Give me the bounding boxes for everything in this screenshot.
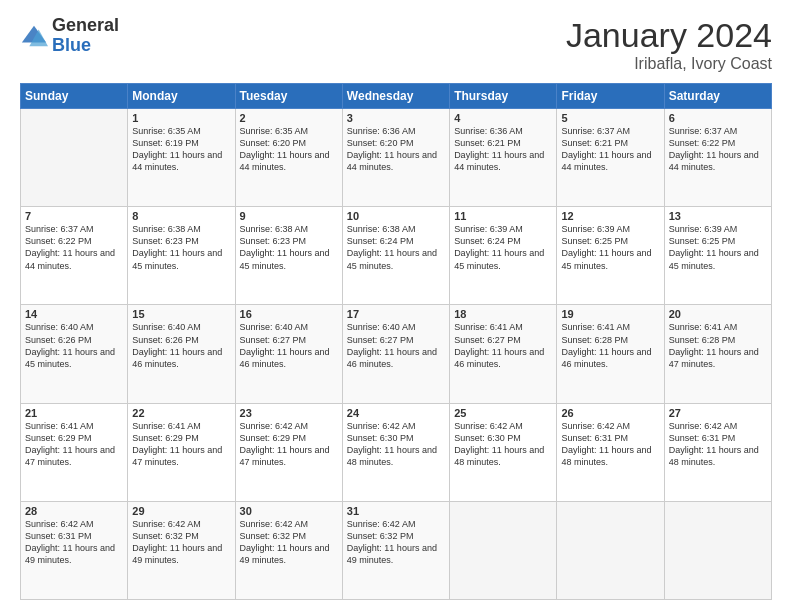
calendar-cell-1-3: 10Sunrise: 6:38 AMSunset: 6:24 PMDayligh… (342, 207, 449, 305)
day-info: Sunrise: 6:40 AMSunset: 6:27 PMDaylight:… (347, 321, 445, 370)
day-info: Sunrise: 6:37 AMSunset: 6:22 PMDaylight:… (669, 125, 767, 174)
day-number: 23 (240, 407, 338, 419)
calendar-header-row: Sunday Monday Tuesday Wednesday Thursday… (21, 84, 772, 109)
week-row-2: 14Sunrise: 6:40 AMSunset: 6:26 PMDayligh… (21, 305, 772, 403)
calendar-cell-2-5: 19Sunrise: 6:41 AMSunset: 6:28 PMDayligh… (557, 305, 664, 403)
day-info: Sunrise: 6:41 AMSunset: 6:28 PMDaylight:… (669, 321, 767, 370)
day-number: 7 (25, 210, 123, 222)
col-thursday: Thursday (450, 84, 557, 109)
day-number: 24 (347, 407, 445, 419)
week-row-3: 21Sunrise: 6:41 AMSunset: 6:29 PMDayligh… (21, 403, 772, 501)
day-number: 19 (561, 308, 659, 320)
day-info: Sunrise: 6:42 AMSunset: 6:30 PMDaylight:… (347, 420, 445, 469)
day-info: Sunrise: 6:42 AMSunset: 6:30 PMDaylight:… (454, 420, 552, 469)
calendar-cell-1-4: 11Sunrise: 6:39 AMSunset: 6:24 PMDayligh… (450, 207, 557, 305)
day-info: Sunrise: 6:41 AMSunset: 6:28 PMDaylight:… (561, 321, 659, 370)
logo-text: General Blue (52, 16, 119, 56)
col-saturday: Saturday (664, 84, 771, 109)
day-info: Sunrise: 6:36 AMSunset: 6:20 PMDaylight:… (347, 125, 445, 174)
location-title: Iribafla, Ivory Coast (566, 55, 772, 73)
day-number: 18 (454, 308, 552, 320)
day-info: Sunrise: 6:37 AMSunset: 6:22 PMDaylight:… (25, 223, 123, 272)
month-title: January 2024 (566, 16, 772, 55)
logo: General Blue (20, 16, 119, 56)
day-info: Sunrise: 6:41 AMSunset: 6:29 PMDaylight:… (132, 420, 230, 469)
calendar-cell-2-0: 14Sunrise: 6:40 AMSunset: 6:26 PMDayligh… (21, 305, 128, 403)
day-number: 5 (561, 112, 659, 124)
logo-general-text: General (52, 16, 119, 36)
calendar-cell-2-1: 15Sunrise: 6:40 AMSunset: 6:26 PMDayligh… (128, 305, 235, 403)
calendar-cell-2-2: 16Sunrise: 6:40 AMSunset: 6:27 PMDayligh… (235, 305, 342, 403)
day-number: 12 (561, 210, 659, 222)
day-number: 6 (669, 112, 767, 124)
week-row-0: 1Sunrise: 6:35 AMSunset: 6:19 PMDaylight… (21, 109, 772, 207)
day-info: Sunrise: 6:38 AMSunset: 6:23 PMDaylight:… (132, 223, 230, 272)
day-info: Sunrise: 6:42 AMSunset: 6:29 PMDaylight:… (240, 420, 338, 469)
day-number: 29 (132, 505, 230, 517)
week-row-4: 28Sunrise: 6:42 AMSunset: 6:31 PMDayligh… (21, 501, 772, 599)
week-row-1: 7Sunrise: 6:37 AMSunset: 6:22 PMDaylight… (21, 207, 772, 305)
calendar-cell-3-5: 26Sunrise: 6:42 AMSunset: 6:31 PMDayligh… (557, 403, 664, 501)
day-number: 10 (347, 210, 445, 222)
col-monday: Monday (128, 84, 235, 109)
calendar-cell-4-6 (664, 501, 771, 599)
calendar-cell-3-1: 22Sunrise: 6:41 AMSunset: 6:29 PMDayligh… (128, 403, 235, 501)
calendar-cell-3-3: 24Sunrise: 6:42 AMSunset: 6:30 PMDayligh… (342, 403, 449, 501)
day-number: 9 (240, 210, 338, 222)
day-number: 31 (347, 505, 445, 517)
calendar-cell-2-6: 20Sunrise: 6:41 AMSunset: 6:28 PMDayligh… (664, 305, 771, 403)
logo-icon (20, 22, 48, 50)
calendar-cell-1-0: 7Sunrise: 6:37 AMSunset: 6:22 PMDaylight… (21, 207, 128, 305)
calendar-cell-0-4: 4Sunrise: 6:36 AMSunset: 6:21 PMDaylight… (450, 109, 557, 207)
day-info: Sunrise: 6:40 AMSunset: 6:26 PMDaylight:… (25, 321, 123, 370)
day-info: Sunrise: 6:41 AMSunset: 6:29 PMDaylight:… (25, 420, 123, 469)
calendar-cell-4-5 (557, 501, 664, 599)
calendar-cell-0-6: 6Sunrise: 6:37 AMSunset: 6:22 PMDaylight… (664, 109, 771, 207)
day-info: Sunrise: 6:42 AMSunset: 6:31 PMDaylight:… (25, 518, 123, 567)
day-info: Sunrise: 6:37 AMSunset: 6:21 PMDaylight:… (561, 125, 659, 174)
calendar-cell-0-3: 3Sunrise: 6:36 AMSunset: 6:20 PMDaylight… (342, 109, 449, 207)
calendar-cell-2-3: 17Sunrise: 6:40 AMSunset: 6:27 PMDayligh… (342, 305, 449, 403)
col-wednesday: Wednesday (342, 84, 449, 109)
calendar-cell-4-2: 30Sunrise: 6:42 AMSunset: 6:32 PMDayligh… (235, 501, 342, 599)
calendar-cell-1-5: 12Sunrise: 6:39 AMSunset: 6:25 PMDayligh… (557, 207, 664, 305)
day-info: Sunrise: 6:42 AMSunset: 6:31 PMDaylight:… (669, 420, 767, 469)
title-block: January 2024 Iribafla, Ivory Coast (566, 16, 772, 73)
day-info: Sunrise: 6:35 AMSunset: 6:19 PMDaylight:… (132, 125, 230, 174)
calendar-cell-3-4: 25Sunrise: 6:42 AMSunset: 6:30 PMDayligh… (450, 403, 557, 501)
day-info: Sunrise: 6:40 AMSunset: 6:26 PMDaylight:… (132, 321, 230, 370)
calendar-cell-1-1: 8Sunrise: 6:38 AMSunset: 6:23 PMDaylight… (128, 207, 235, 305)
calendar-table: Sunday Monday Tuesday Wednesday Thursday… (20, 83, 772, 600)
header: General Blue January 2024 Iribafla, Ivor… (20, 16, 772, 73)
calendar-cell-4-1: 29Sunrise: 6:42 AMSunset: 6:32 PMDayligh… (128, 501, 235, 599)
day-number: 1 (132, 112, 230, 124)
calendar-cell-1-6: 13Sunrise: 6:39 AMSunset: 6:25 PMDayligh… (664, 207, 771, 305)
day-info: Sunrise: 6:39 AMSunset: 6:25 PMDaylight:… (669, 223, 767, 272)
day-number: 14 (25, 308, 123, 320)
page: General Blue January 2024 Iribafla, Ivor… (0, 0, 792, 612)
day-number: 17 (347, 308, 445, 320)
calendar-cell-4-4 (450, 501, 557, 599)
day-info: Sunrise: 6:42 AMSunset: 6:32 PMDaylight:… (132, 518, 230, 567)
day-number: 13 (669, 210, 767, 222)
col-friday: Friday (557, 84, 664, 109)
day-info: Sunrise: 6:42 AMSunset: 6:32 PMDaylight:… (240, 518, 338, 567)
calendar-cell-4-0: 28Sunrise: 6:42 AMSunset: 6:31 PMDayligh… (21, 501, 128, 599)
day-number: 2 (240, 112, 338, 124)
day-number: 25 (454, 407, 552, 419)
calendar-cell-4-3: 31Sunrise: 6:42 AMSunset: 6:32 PMDayligh… (342, 501, 449, 599)
day-info: Sunrise: 6:42 AMSunset: 6:31 PMDaylight:… (561, 420, 659, 469)
day-number: 28 (25, 505, 123, 517)
day-number: 22 (132, 407, 230, 419)
day-number: 3 (347, 112, 445, 124)
calendar-cell-3-2: 23Sunrise: 6:42 AMSunset: 6:29 PMDayligh… (235, 403, 342, 501)
day-number: 26 (561, 407, 659, 419)
day-number: 16 (240, 308, 338, 320)
day-info: Sunrise: 6:39 AMSunset: 6:25 PMDaylight:… (561, 223, 659, 272)
day-number: 21 (25, 407, 123, 419)
calendar-cell-2-4: 18Sunrise: 6:41 AMSunset: 6:27 PMDayligh… (450, 305, 557, 403)
calendar-cell-1-2: 9Sunrise: 6:38 AMSunset: 6:23 PMDaylight… (235, 207, 342, 305)
day-number: 11 (454, 210, 552, 222)
day-number: 27 (669, 407, 767, 419)
calendar-cell-3-6: 27Sunrise: 6:42 AMSunset: 6:31 PMDayligh… (664, 403, 771, 501)
